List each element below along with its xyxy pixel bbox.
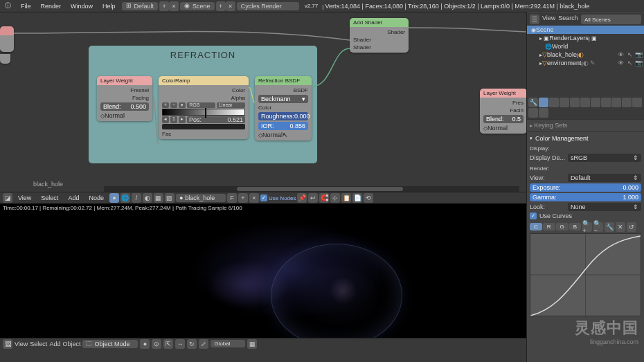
v3-add[interactable]: Add	[49, 341, 60, 347]
pivot-button[interactable]: ⊙	[152, 339, 161, 349]
node-partial-left[interactable]	[0, 26, 14, 52]
tree-type-shader[interactable]: ◐	[143, 193, 152, 203]
lw-facing-output[interactable]: Facing	[97, 94, 152, 102]
node-refraction-bsdf[interactable]: Refraction BSDF BSDF Beckmann▾ Color Rou…	[255, 76, 312, 141]
shader-type-object[interactable]: ●	[109, 193, 119, 203]
lw-blend-slider[interactable]: Blend:0.500	[97, 102, 152, 111]
menu-file[interactable]: File	[16, 3, 36, 10]
curve-zoom-in[interactable]: 🔍+	[582, 222, 592, 232]
menu-render[interactable]: Render	[36, 3, 66, 10]
tab-render-layers[interactable]	[549, 98, 559, 107]
editor-type-icon[interactable]: ⓘ	[0, 1, 16, 10]
manipulator-toggle[interactable]: ⇱	[163, 339, 173, 349]
shader-type-line[interactable]: /	[132, 193, 141, 203]
props-editor-type[interactable]: 🔧	[528, 98, 538, 107]
cursor-icon2[interactable]: ↖	[626, 60, 634, 66]
curve-tab-c[interactable]: C	[530, 223, 542, 230]
rf-normal-input[interactable]: ◇ Normal ↖	[255, 131, 312, 139]
scene-field[interactable]: ◉Scene	[180, 2, 215, 10]
curve-tools[interactable]: 🔧	[605, 222, 614, 232]
ne-node[interactable]: Node	[84, 194, 108, 201]
render-engine-field[interactable]: Cycles Render	[237, 2, 299, 10]
paste-nodes[interactable]: 📄	[352, 193, 362, 203]
cr-prev[interactable]: ◂	[162, 116, 169, 123]
cr-next[interactable]: ▸	[179, 116, 186, 123]
view-field[interactable]: Default⇕	[568, 174, 641, 182]
lw2-fresnel[interactable]: Fres	[480, 99, 527, 107]
tab-render[interactable]	[539, 98, 548, 107]
editor-type-3d[interactable]: 🖼	[3, 339, 12, 349]
cr-gradient[interactable]	[162, 109, 245, 116]
curve-tab-b[interactable]: B	[569, 223, 581, 230]
screen-layout-field[interactable]: ⊞Default	[122, 2, 159, 10]
v3-object[interactable]: Object	[62, 341, 80, 347]
tree-type-tex[interactable]: ▨	[165, 193, 175, 203]
tab-material[interactable]	[622, 98, 632, 107]
cr-mode[interactable]: RGB	[187, 102, 215, 108]
cr-alpha-output[interactable]: Alpha	[159, 94, 249, 102]
rf-bsdf-output[interactable]: BSDF	[255, 87, 312, 94]
node-editor-hscroll[interactable]	[104, 186, 519, 192]
use-curves-check[interactable]: ✓	[530, 212, 537, 219]
ol-search[interactable]: Search	[558, 15, 578, 24]
add-shader-input1[interactable]: Shader	[350, 36, 409, 44]
v3-view[interactable]: View	[15, 341, 28, 347]
menu-help[interactable]: Help	[98, 3, 120, 10]
hscroll-thumb[interactable]	[237, 187, 403, 191]
layout-add-button[interactable]: +	[159, 1, 169, 11]
editor-type-button[interactable]: ◪	[3, 193, 12, 203]
exposure-field[interactable]: Exposure:0.000	[530, 183, 641, 192]
gamma-field[interactable]: Gamma:1.000	[530, 193, 641, 201]
ol-view[interactable]: View	[542, 15, 555, 24]
lw2-normal[interactable]: ◇ Normal	[480, 124, 527, 132]
rf-ior[interactable]: IOR:0.856	[255, 121, 312, 131]
eye-icon2[interactable]: 👁	[617, 60, 625, 66]
ne-view[interactable]: View	[14, 194, 35, 201]
ol-scene[interactable]: ◉ Scene	[527, 26, 644, 34]
ne-add[interactable]: Add	[64, 194, 83, 201]
orientation-field[interactable]: Global	[211, 340, 245, 347]
tab-world[interactable]	[570, 98, 580, 107]
tree-type-compo[interactable]: ▦	[154, 193, 163, 203]
tab-physics[interactable]	[539, 108, 548, 118]
display-device-field[interactable]: sRGB⇕	[568, 154, 641, 162]
ol-black-hole[interactable]: ▸ ▽ black_hole | ◐👁↖📷	[527, 51, 644, 59]
material-add[interactable]: +	[238, 193, 248, 203]
cr-fac-input[interactable]: Fac	[159, 130, 249, 138]
layers-button[interactable]: ▦	[247, 339, 257, 349]
curve-tab-r[interactable]: R	[543, 223, 555, 230]
cr-menu[interactable]: ▾	[179, 102, 186, 108]
shader-type-world[interactable]: 🌐	[120, 193, 130, 203]
pin-button[interactable]: 📌	[297, 193, 307, 203]
cr-color-output[interactable]: Color	[159, 87, 249, 94]
tab-data[interactable]	[611, 98, 621, 107]
cursor-icon[interactable]: ↖	[626, 51, 634, 58]
mode-field[interactable]: ⬚Object Mode	[82, 340, 138, 348]
cr-pos-slider[interactable]: Pos:0.521	[187, 116, 245, 123]
tab-modifiers[interactable]	[601, 98, 611, 107]
cr-del-stop[interactable]: −	[170, 102, 177, 108]
ol-environment[interactable]: ▸ ▽ environment | ◐ ✎👁↖📷	[527, 59, 644, 67]
copy-nodes[interactable]: 📋	[341, 193, 351, 203]
v3-select[interactable]: Select	[30, 341, 47, 347]
scene-remove-button[interactable]: ×	[226, 1, 235, 11]
colormgmt-header[interactable]: Color Management	[530, 133, 641, 144]
layout-remove-button[interactable]: ×	[169, 1, 179, 11]
tab-particles[interactable]	[528, 108, 538, 118]
auto-render[interactable]: ⟲	[364, 193, 373, 203]
material-field[interactable]: ●black_hole	[176, 194, 226, 202]
cr-swatch[interactable]	[162, 124, 245, 129]
outliner-type[interactable]: ☰	[530, 15, 539, 24]
look-field[interactable]: None⇕	[568, 203, 641, 211]
use-nodes-checkbox[interactable]: ✓	[260, 194, 267, 201]
curve-clip[interactable]: ✕	[616, 222, 625, 232]
cr-add-stop[interactable]: +	[162, 102, 169, 108]
go-parent[interactable]: ↩	[308, 193, 318, 203]
lw2-facing[interactable]: Facin	[480, 107, 527, 114]
curve-reset[interactable]: ↺	[627, 222, 636, 232]
lw2-blend[interactable]: Blend:0.5	[480, 114, 527, 124]
keying-label[interactable]: ▸ Keying Sets	[530, 121, 641, 129]
snap-button[interactable]: 🧲	[319, 193, 329, 203]
node-add-shader[interactable]: Add Shader Shader Shader Shader	[350, 18, 409, 53]
material-fake-user[interactable]: F	[227, 193, 237, 203]
